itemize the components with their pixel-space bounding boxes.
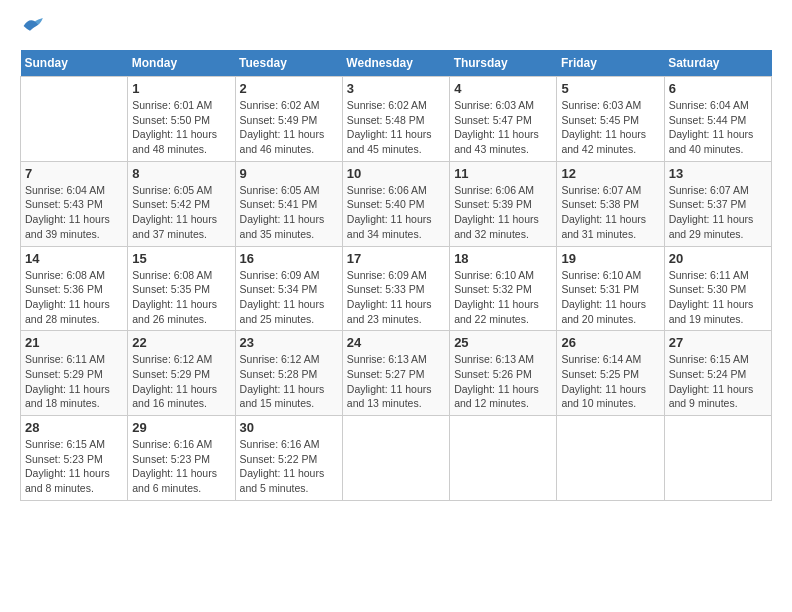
- calendar-cell: 1Sunrise: 6:01 AMSunset: 5:50 PMDaylight…: [128, 77, 235, 162]
- calendar-cell: 5Sunrise: 6:03 AMSunset: 5:45 PMDaylight…: [557, 77, 664, 162]
- calendar-cell: 12Sunrise: 6:07 AMSunset: 5:38 PMDayligh…: [557, 161, 664, 246]
- day-number: 20: [669, 251, 767, 266]
- weekday-header-sunday: Sunday: [21, 50, 128, 77]
- calendar-cell: 23Sunrise: 6:12 AMSunset: 5:28 PMDayligh…: [235, 331, 342, 416]
- calendar-cell: 10Sunrise: 6:06 AMSunset: 5:40 PMDayligh…: [342, 161, 449, 246]
- calendar-cell: 14Sunrise: 6:08 AMSunset: 5:36 PMDayligh…: [21, 246, 128, 331]
- calendar-cell: 13Sunrise: 6:07 AMSunset: 5:37 PMDayligh…: [664, 161, 771, 246]
- day-number: 27: [669, 335, 767, 350]
- day-number: 19: [561, 251, 659, 266]
- day-number: 14: [25, 251, 123, 266]
- weekday-header-wednesday: Wednesday: [342, 50, 449, 77]
- day-number: 15: [132, 251, 230, 266]
- calendar-cell: 3Sunrise: 6:02 AMSunset: 5:48 PMDaylight…: [342, 77, 449, 162]
- calendar-cell: 22Sunrise: 6:12 AMSunset: 5:29 PMDayligh…: [128, 331, 235, 416]
- day-number: 6: [669, 81, 767, 96]
- day-info: Sunrise: 6:14 AMSunset: 5:25 PMDaylight:…: [561, 352, 659, 411]
- day-info: Sunrise: 6:07 AMSunset: 5:37 PMDaylight:…: [669, 183, 767, 242]
- calendar-cell: 15Sunrise: 6:08 AMSunset: 5:35 PMDayligh…: [128, 246, 235, 331]
- day-info: Sunrise: 6:02 AMSunset: 5:48 PMDaylight:…: [347, 98, 445, 157]
- day-info: Sunrise: 6:04 AMSunset: 5:44 PMDaylight:…: [669, 98, 767, 157]
- day-number: 7: [25, 166, 123, 181]
- day-number: 2: [240, 81, 338, 96]
- day-info: Sunrise: 6:11 AMSunset: 5:29 PMDaylight:…: [25, 352, 123, 411]
- day-number: 29: [132, 420, 230, 435]
- day-number: 11: [454, 166, 552, 181]
- day-info: Sunrise: 6:15 AMSunset: 5:24 PMDaylight:…: [669, 352, 767, 411]
- day-number: 3: [347, 81, 445, 96]
- calendar-cell: [450, 416, 557, 501]
- day-number: 24: [347, 335, 445, 350]
- weekday-header-friday: Friday: [557, 50, 664, 77]
- day-number: 10: [347, 166, 445, 181]
- day-info: Sunrise: 6:02 AMSunset: 5:49 PMDaylight:…: [240, 98, 338, 157]
- day-number: 23: [240, 335, 338, 350]
- page-header: [20, 20, 772, 40]
- calendar-cell: 20Sunrise: 6:11 AMSunset: 5:30 PMDayligh…: [664, 246, 771, 331]
- day-info: Sunrise: 6:16 AMSunset: 5:22 PMDaylight:…: [240, 437, 338, 496]
- calendar-cell: 26Sunrise: 6:14 AMSunset: 5:25 PMDayligh…: [557, 331, 664, 416]
- day-info: Sunrise: 6:10 AMSunset: 5:32 PMDaylight:…: [454, 268, 552, 327]
- day-number: 22: [132, 335, 230, 350]
- calendar-cell: 19Sunrise: 6:10 AMSunset: 5:31 PMDayligh…: [557, 246, 664, 331]
- day-number: 28: [25, 420, 123, 435]
- day-info: Sunrise: 6:09 AMSunset: 5:34 PMDaylight:…: [240, 268, 338, 327]
- calendar-cell: 27Sunrise: 6:15 AMSunset: 5:24 PMDayligh…: [664, 331, 771, 416]
- day-info: Sunrise: 6:01 AMSunset: 5:50 PMDaylight:…: [132, 98, 230, 157]
- logo-bird-icon: [22, 16, 46, 36]
- day-number: 4: [454, 81, 552, 96]
- calendar-cell: 2Sunrise: 6:02 AMSunset: 5:49 PMDaylight…: [235, 77, 342, 162]
- calendar-cell: 6Sunrise: 6:04 AMSunset: 5:44 PMDaylight…: [664, 77, 771, 162]
- calendar-cell: 25Sunrise: 6:13 AMSunset: 5:26 PMDayligh…: [450, 331, 557, 416]
- calendar-week-row: 1Sunrise: 6:01 AMSunset: 5:50 PMDaylight…: [21, 77, 772, 162]
- day-info: Sunrise: 6:15 AMSunset: 5:23 PMDaylight:…: [25, 437, 123, 496]
- calendar-cell: 17Sunrise: 6:09 AMSunset: 5:33 PMDayligh…: [342, 246, 449, 331]
- day-number: 26: [561, 335, 659, 350]
- weekday-header-saturday: Saturday: [664, 50, 771, 77]
- day-info: Sunrise: 6:12 AMSunset: 5:28 PMDaylight:…: [240, 352, 338, 411]
- weekday-header-row: SundayMondayTuesdayWednesdayThursdayFrid…: [21, 50, 772, 77]
- calendar-cell: 16Sunrise: 6:09 AMSunset: 5:34 PMDayligh…: [235, 246, 342, 331]
- day-number: 21: [25, 335, 123, 350]
- calendar-cell: [664, 416, 771, 501]
- calendar-cell: [342, 416, 449, 501]
- day-number: 9: [240, 166, 338, 181]
- calendar-cell: 21Sunrise: 6:11 AMSunset: 5:29 PMDayligh…: [21, 331, 128, 416]
- calendar-week-row: 21Sunrise: 6:11 AMSunset: 5:29 PMDayligh…: [21, 331, 772, 416]
- calendar-cell: 28Sunrise: 6:15 AMSunset: 5:23 PMDayligh…: [21, 416, 128, 501]
- day-number: 5: [561, 81, 659, 96]
- day-number: 30: [240, 420, 338, 435]
- day-info: Sunrise: 6:16 AMSunset: 5:23 PMDaylight:…: [132, 437, 230, 496]
- day-info: Sunrise: 6:11 AMSunset: 5:30 PMDaylight:…: [669, 268, 767, 327]
- day-number: 25: [454, 335, 552, 350]
- calendar-week-row: 7Sunrise: 6:04 AMSunset: 5:43 PMDaylight…: [21, 161, 772, 246]
- calendar-week-row: 28Sunrise: 6:15 AMSunset: 5:23 PMDayligh…: [21, 416, 772, 501]
- day-info: Sunrise: 6:03 AMSunset: 5:45 PMDaylight:…: [561, 98, 659, 157]
- day-info: Sunrise: 6:08 AMSunset: 5:35 PMDaylight:…: [132, 268, 230, 327]
- day-info: Sunrise: 6:08 AMSunset: 5:36 PMDaylight:…: [25, 268, 123, 327]
- day-number: 12: [561, 166, 659, 181]
- calendar-cell: 24Sunrise: 6:13 AMSunset: 5:27 PMDayligh…: [342, 331, 449, 416]
- calendar-cell: 30Sunrise: 6:16 AMSunset: 5:22 PMDayligh…: [235, 416, 342, 501]
- day-info: Sunrise: 6:10 AMSunset: 5:31 PMDaylight:…: [561, 268, 659, 327]
- calendar-table: SundayMondayTuesdayWednesdayThursdayFrid…: [20, 50, 772, 501]
- calendar-cell: 4Sunrise: 6:03 AMSunset: 5:47 PMDaylight…: [450, 77, 557, 162]
- day-info: Sunrise: 6:13 AMSunset: 5:27 PMDaylight:…: [347, 352, 445, 411]
- calendar-cell: 9Sunrise: 6:05 AMSunset: 5:41 PMDaylight…: [235, 161, 342, 246]
- day-number: 13: [669, 166, 767, 181]
- calendar-cell: 11Sunrise: 6:06 AMSunset: 5:39 PMDayligh…: [450, 161, 557, 246]
- weekday-header-monday: Monday: [128, 50, 235, 77]
- calendar-cell: 29Sunrise: 6:16 AMSunset: 5:23 PMDayligh…: [128, 416, 235, 501]
- day-number: 1: [132, 81, 230, 96]
- calendar-cell: 8Sunrise: 6:05 AMSunset: 5:42 PMDaylight…: [128, 161, 235, 246]
- day-number: 17: [347, 251, 445, 266]
- day-info: Sunrise: 6:09 AMSunset: 5:33 PMDaylight:…: [347, 268, 445, 327]
- calendar-cell: 18Sunrise: 6:10 AMSunset: 5:32 PMDayligh…: [450, 246, 557, 331]
- day-info: Sunrise: 6:07 AMSunset: 5:38 PMDaylight:…: [561, 183, 659, 242]
- calendar-week-row: 14Sunrise: 6:08 AMSunset: 5:36 PMDayligh…: [21, 246, 772, 331]
- day-info: Sunrise: 6:06 AMSunset: 5:40 PMDaylight:…: [347, 183, 445, 242]
- day-info: Sunrise: 6:13 AMSunset: 5:26 PMDaylight:…: [454, 352, 552, 411]
- day-number: 18: [454, 251, 552, 266]
- day-info: Sunrise: 6:03 AMSunset: 5:47 PMDaylight:…: [454, 98, 552, 157]
- calendar-cell: 7Sunrise: 6:04 AMSunset: 5:43 PMDaylight…: [21, 161, 128, 246]
